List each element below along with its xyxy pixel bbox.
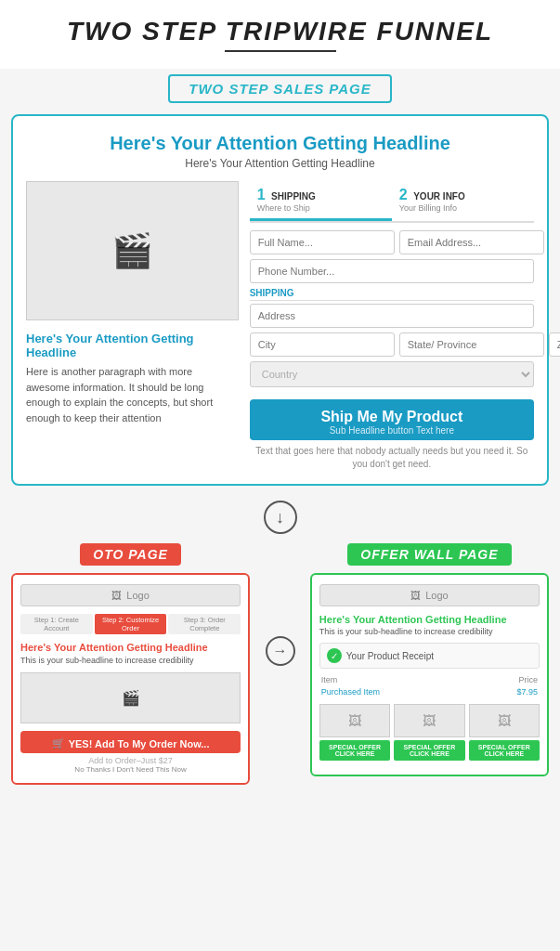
offer-img-col-2: 🖼 SPECIAL OFFER CLICK HERE (394, 704, 464, 761)
country-select[interactable]: Country (250, 361, 534, 387)
offer-img-icon-1: 🖼 (348, 713, 361, 728)
address-input[interactable] (250, 304, 534, 328)
offer-badge: OFFER WALL PAGE (347, 543, 511, 566)
main-title-area: Two Step Tripwire Funnel (0, 0, 560, 69)
oto-logo: 🖼 Logo (20, 584, 241, 606)
arrow-down-row: ↓ (0, 501, 560, 534)
oto-yes-button[interactable]: 🛒 YES! Add To My Order Now... (20, 731, 241, 753)
city-input[interactable] (250, 332, 395, 357)
offer-img-icon-2: 🖼 (423, 713, 436, 728)
receipt-text: Your Product Receipt (346, 651, 434, 661)
badge-row: TWO STEP SALES PAGE (0, 74, 560, 103)
step2-label: Your Info (413, 191, 465, 202)
offer-img-box-1: 🖼 (319, 704, 390, 737)
arrow-right-col: → (259, 543, 301, 666)
oto-add-sub: Add to Order–Just $27 (20, 756, 241, 765)
oto-logo-img-icon: 🖼 (111, 590, 122, 601)
oto-yes-main: 🛒 YES! Add To My Order Now... (25, 737, 236, 749)
ship-note: Text that goes here that nobody actually… (250, 445, 534, 471)
bottom-row: OTO PAGE 🖼 Logo Step 1: Create Account S… (11, 543, 549, 785)
item-name: Purchased Item (321, 687, 380, 697)
form-step-shipping[interactable]: 1 SHIPPING Where to Ship (250, 181, 392, 221)
name-email-row (250, 230, 534, 254)
offer-logo-text: Logo (425, 590, 448, 601)
offer-headline: Here's Your Attention Getting Headline (319, 614, 540, 625)
title-underline (225, 50, 336, 52)
item-price-data: Purchased Item $7.95 (319, 687, 540, 697)
item-price-header: Item Price (319, 675, 540, 684)
oto-badge: OTO PAGE (80, 543, 181, 566)
two-col-layout: 🎬 Here's Your Attention Getting Headline… (26, 181, 534, 471)
sales-subheadline: Here's Your Attention Getting Headline (26, 157, 534, 170)
oto-step-2: Step 2: Customize Order (95, 614, 167, 634)
city-state-zip-row (250, 332, 534, 357)
left-column: 🎬 Here's Your Attention Getting Headline… (26, 181, 239, 425)
arrow-down-icon: ↓ (264, 501, 297, 534)
oto-video-placeholder: 🎬 (20, 672, 241, 723)
state-input[interactable] (399, 332, 544, 357)
ship-btn-main-text: Ship Me My Product (254, 409, 529, 425)
offer-img-box-2: 🖼 (394, 704, 464, 737)
form-step-yourinfo[interactable]: 2 Your Info Your Billing Info (392, 181, 534, 221)
offer-special-btn-2[interactable]: SPECIAL OFFER CLICK HERE (394, 740, 464, 761)
oto-yes-text: YES! Add To My Order Now... (69, 738, 210, 749)
left-paragraph: Here is another paragraph with more awes… (26, 364, 239, 425)
offer-label: OFFER WALL PAGE (310, 543, 549, 566)
sales-headline: Here's Your Attention Getting Headline (26, 133, 534, 154)
offer-images-row: 🖼 SPECIAL OFFER CLICK HERE 🖼 SPECIAL OFF… (319, 704, 540, 761)
price-col-label: Price (518, 675, 538, 684)
oto-step-3: Step 3: Order Complete (168, 614, 241, 634)
oto-box: 🖼 Logo Step 1: Create Account Step 2: Cu… (11, 573, 250, 785)
item-price: $7.95 (516, 687, 538, 697)
oto-sub: This is your sub-headline to increase cr… (20, 656, 241, 665)
form-steps: 1 SHIPPING Where to Ship 2 Your Info You… (250, 181, 534, 223)
video-placeholder: 🎬 (26, 181, 239, 320)
receipt-row: ✓ Your Product Receipt (319, 643, 540, 669)
full-name-input[interactable] (250, 230, 395, 254)
step2-sublabel: Your Billing Info (399, 203, 527, 213)
zip-input[interactable] (549, 332, 560, 357)
ship-button[interactable]: Ship Me My Product Sub Headline button T… (250, 399, 534, 440)
address-row (250, 304, 534, 328)
arrow-right-icon: → (266, 636, 295, 666)
oto-logo-text: Logo (126, 590, 149, 601)
offer-img-box-3: 🖼 (469, 704, 540, 737)
step1-label: SHIPPING (271, 191, 316, 202)
right-column-form: 1 SHIPPING Where to Ship 2 Your Info You… (250, 181, 534, 471)
offer-img-icon-3: 🖼 (498, 713, 511, 728)
shipping-label: SHIPPING (250, 288, 534, 301)
oto-label: OTO PAGE (11, 543, 250, 566)
offer-section: OFFER WALL PAGE 🖼 Logo Here's Your Atten… (310, 543, 549, 776)
oto-no-thanks: No Thanks I Don't Need This Now (20, 765, 241, 774)
offer-logo-img-icon: 🖼 (410, 590, 421, 601)
email-input[interactable] (399, 230, 544, 254)
phone-row (250, 259, 534, 283)
check-circle-icon: ✓ (327, 648, 342, 663)
step1-sublabel: Where to Ship (257, 203, 384, 213)
offer-img-col-1: 🖼 SPECIAL OFFER CLICK HERE (319, 704, 390, 761)
left-headline: Here's Your Attention Getting Headline (26, 332, 239, 359)
oto-film-icon: 🎬 (122, 689, 140, 707)
offer-box: 🖼 Logo Here's Your Attention Getting Hea… (310, 573, 549, 776)
oto-cart-icon: 🛒 (52, 737, 65, 749)
offer-logo: 🖼 Logo (319, 584, 540, 606)
oto-step-1: Step 1: Create Account (20, 614, 93, 634)
oto-section: OTO PAGE 🖼 Logo Step 1: Create Account S… (11, 543, 250, 785)
offer-sub: This is your sub-headline to increase cr… (319, 627, 540, 636)
film-icon: 🎬 (111, 231, 153, 270)
sales-page-box: Here's Your Attention Getting Headline H… (11, 114, 549, 486)
oto-headline: Here's Your Attention Getting Headline (20, 642, 241, 653)
country-row: Country (250, 361, 534, 387)
step1-num: 1 (257, 187, 266, 202)
offer-img-col-3: 🖼 SPECIAL OFFER CLICK HERE (469, 704, 540, 761)
offer-special-btn-3[interactable]: SPECIAL OFFER CLICK HERE (469, 740, 540, 761)
main-title: Two Step Tripwire Funnel (9, 17, 551, 46)
step2-num: 2 (399, 187, 408, 202)
offer-special-btn-1[interactable]: SPECIAL OFFER CLICK HERE (319, 740, 390, 761)
oto-steps-row: Step 1: Create Account Step 2: Customize… (20, 614, 241, 634)
phone-input[interactable] (250, 259, 534, 283)
sales-page-badge: TWO STEP SALES PAGE (168, 74, 392, 103)
item-col-label: Item (321, 675, 338, 684)
ship-btn-sub-text: Sub Headline button Text here (254, 425, 529, 436)
